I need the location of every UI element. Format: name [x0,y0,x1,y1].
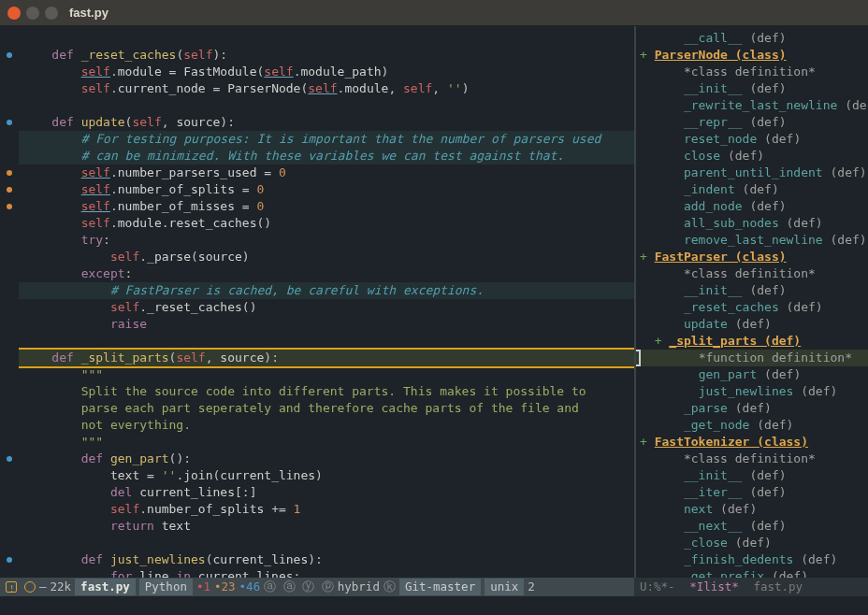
code-line[interactable]: # For testing purposes: It is important … [19,131,634,148]
minimize-icon[interactable] [26,7,39,20]
fringe-marker [0,383,19,400]
outline-item[interactable]: + _split_parts (def) [636,333,868,350]
outline-item[interactable]: __init__ (def) [636,80,868,97]
code-line[interactable]: def just_newlines(current_lines): [19,551,634,568]
window-title: fast.py [69,5,108,21]
code-line[interactable]: def gen_part(): [19,451,634,467]
code-line[interactable]: except: [19,265,634,282]
outline-pane[interactable]: __call__ (def)+ ParserNode (class) *clas… [634,26,868,578]
outline-item[interactable]: add_node (def) [636,198,868,215]
outline-item[interactable]: + FastParser (class) [636,249,868,265]
fringe-marker [0,299,19,316]
outline-item[interactable]: _reset_caches (def) [636,299,868,316]
code-line[interactable]: self.current_node = ParserNode(self.modu… [19,80,634,97]
code-line[interactable]: raise [19,316,634,333]
code-line[interactable]: self.module.reset_caches() [19,215,634,232]
outline-item[interactable]: __init__ (def) [636,467,868,484]
code-line[interactable]: Split the source code into different par… [19,383,634,400]
fringe-marker [0,467,19,484]
code-line[interactable]: # can be minimized. With these variables… [19,148,634,164]
code-line[interactable]: not everything. [19,417,634,434]
code-line[interactable] [19,30,634,47]
code-area[interactable]: def _reset_caches(self): self.module = F… [19,26,634,578]
code-line[interactable]: try: [19,232,634,249]
outline-item[interactable]: *class definition* [636,451,868,467]
code-line[interactable]: def _reset_caches(self): [19,47,634,64]
fringe-marker [0,366,19,383]
modeline-left[interactable]: — 22k fast.py Python •1 •23 •46 ⓐ ⓐ ⓨ ⓟ … [0,578,634,596]
fringe-marker [0,501,19,518]
outline-item[interactable]: next (def) [636,501,868,518]
outline-item[interactable]: _parse (def) [636,400,868,417]
code-line[interactable]: # FastParser is cached, be careful with … [19,282,634,299]
fringe-marker [0,434,19,451]
fringe-marker [0,518,19,535]
code-line[interactable]: return text [19,518,634,535]
code-line[interactable]: text = ''.join(current_lines) [19,467,634,484]
outline-item[interactable]: __next__ (def) [636,518,868,535]
window-buttons [7,7,58,20]
outline-item[interactable]: __repr__ (def) [636,114,868,131]
fringe-marker [0,568,19,578]
editor-pane[interactable]: def _reset_caches(self): self.module = F… [0,26,634,578]
ml-indicators: ⓐ ⓐ ⓨ ⓟ [264,579,334,595]
code-line[interactable]: """ [19,434,634,451]
code-line[interactable]: self._reset_caches() [19,299,634,316]
outline-item[interactable]: __call__ (def) [636,30,868,47]
outline-item[interactable]: _close (def) [636,535,868,551]
outline-item[interactable]: remove_last_newline (def) [636,232,868,249]
code-line[interactable]: parse each part seperately and therefore… [19,400,634,417]
outline-item[interactable]: gen_part (def) [636,366,868,383]
code-line[interactable]: """ [19,366,634,383]
close-icon[interactable] [7,7,21,20]
statusbars: — 22k fast.py Python •1 •23 •46 ⓐ ⓐ ⓨ ⓟ … [0,578,868,596]
outline-item[interactable]: __init__ (def) [636,282,868,299]
outline-item[interactable]: update (def) [636,316,868,333]
outline-item[interactable]: *function definition* [636,350,868,366]
code-line[interactable]: self.number_of_splits = 0 [19,181,634,198]
code-line[interactable] [19,535,634,551]
code-line[interactable]: def _split_parts(self, source): [19,348,634,368]
outline-item[interactable]: all_sub_nodes (def) [636,215,868,232]
outline-item[interactable]: _finish_dedents (def) [636,551,868,568]
ml-circ-k: ⓚ [383,579,396,595]
outline-item[interactable]: + ParserNode (class) [636,47,868,64]
outline-item[interactable]: just_newlines (def) [636,383,868,400]
minibuffer[interactable] [0,596,868,615]
fringe-marker [0,198,19,215]
outline-item[interactable]: _rewrite_last_newline (def) [636,97,868,114]
outline-item[interactable]: *class definition* [636,64,868,80]
code-line[interactable]: self.number_parsers_used = 0 [19,164,634,181]
fringe-marker [0,64,19,80]
outline-item[interactable]: _indent (def) [636,181,868,198]
fringe-marker [0,181,19,198]
fringe-marker [0,282,19,299]
code-line[interactable]: self.module = FastModule(self.module_pat… [19,64,634,80]
fringe-marker [0,148,19,164]
code-line[interactable] [19,97,634,114]
ml-state: — [39,579,47,595]
outline-item[interactable]: _get_prefix (def) [636,568,868,578]
outline-item[interactable]: close (def) [636,148,868,164]
code-line[interactable]: def update(self, source): [19,114,634,131]
fringe-marker [0,400,19,417]
outline-item[interactable]: reset_node (def) [636,131,868,148]
mlr-file: fast.py [753,579,803,595]
code-line[interactable]: self.number_of_splits += 1 [19,501,634,518]
outline-item[interactable]: parent_until_indent (def) [636,164,868,181]
code-line[interactable]: del current_lines[:] [19,484,634,501]
code-line[interactable]: self.number_of_misses = 0 [19,198,634,215]
code-line[interactable]: self._parse(source) [19,249,634,265]
ml-enc: unix [485,579,524,595]
modeline-right[interactable]: U:%*- *Ilist* fast.py [634,578,868,596]
code-line[interactable]: for line in current_lines: [19,568,634,578]
outline-item[interactable]: __iter__ (def) [636,484,868,501]
fringe-marker [0,47,19,64]
outline-item[interactable]: + FastTokenizer (class) [636,434,868,451]
outline-item[interactable]: _get_node (def) [636,417,868,434]
outline-item[interactable]: *class definition* [636,265,868,282]
ml-file: fast.py [75,579,136,595]
fringe-marker [0,333,19,350]
maximize-icon[interactable] [45,7,58,20]
ml-hybrid: hybrid [338,579,380,595]
